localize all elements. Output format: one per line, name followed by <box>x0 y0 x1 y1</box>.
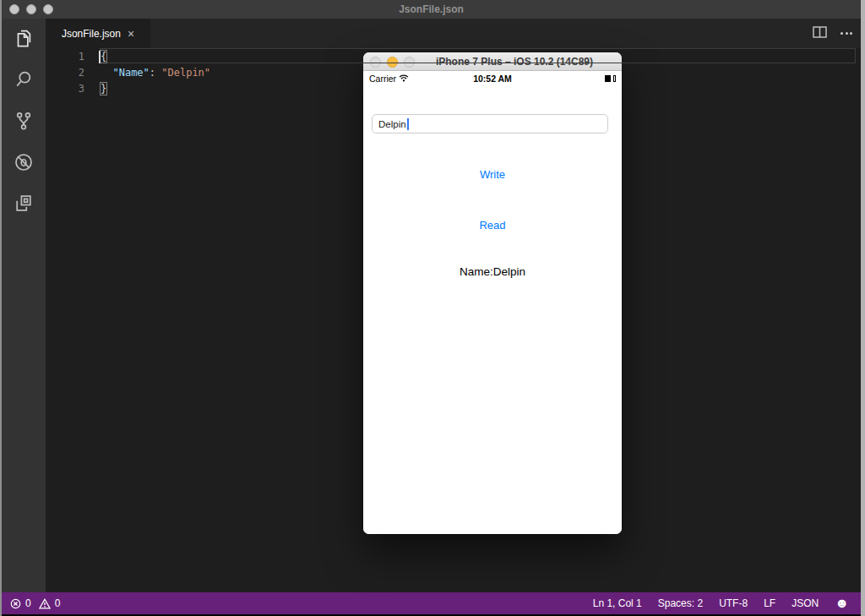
name-field-value: Delpin <box>378 119 406 129</box>
status-bar: 0 0 Ln 1, Col 1 Spaces: 2 UTF-8 LF JSON … <box>2 592 861 614</box>
app-screen: Delpin Write Read Name:Delpin <box>363 85 622 534</box>
window-titlebar[interactable]: JsonFile.json <box>2 0 861 19</box>
close-brace-token: } <box>101 83 106 95</box>
desktop: JsonFile.json <box>0 0 865 616</box>
json-key-token: "Name" <box>112 67 149 79</box>
error-icon <box>10 598 21 609</box>
minimize-window-button[interactable] <box>26 4 36 14</box>
more-actions-icon[interactable] <box>841 32 852 35</box>
ios-status-bar: Carrier 10:52 AM <box>363 71 622 85</box>
json-separator-token: : <box>150 67 161 79</box>
indentation-setting[interactable]: Spaces: 2 <box>658 597 703 609</box>
editor-tab-bar: JsonFile.json × <box>46 19 861 48</box>
debug-icon <box>13 151 35 177</box>
warning-count: 0 <box>55 597 61 609</box>
close-window-button[interactable] <box>9 4 19 14</box>
sidebar-item-explorer[interactable] <box>13 29 35 51</box>
split-editor-icon[interactable] <box>813 26 827 41</box>
ios-clock: 10:52 AM <box>363 74 622 84</box>
ios-simulator-window: iPhone 7 Plus – iOS 10.2 (14C89) Carrier… <box>363 52 622 534</box>
sidebar-item-debug[interactable] <box>13 153 35 175</box>
json-string-token: "Delpin" <box>161 67 210 79</box>
files-icon <box>13 27 35 52</box>
background-window-edge <box>861 0 865 616</box>
code-line-1: 1 { <box>46 48 861 64</box>
encoding-setting[interactable]: UTF-8 <box>719 597 748 609</box>
problems-indicator[interactable]: 0 0 <box>10 597 60 609</box>
warning-icon <box>39 598 51 609</box>
sidebar-item-search[interactable] <box>13 70 35 92</box>
traffic-lights <box>9 4 53 14</box>
window-title: JsonFile.json <box>2 3 861 15</box>
cursor-position[interactable]: Ln 1, Col 1 <box>593 597 642 609</box>
result-label: Name:Delpin <box>363 265 622 278</box>
text-cursor <box>99 51 101 63</box>
text-insertion-caret <box>407 118 409 130</box>
sidebar-item-source-control[interactable] <box>13 112 35 134</box>
read-button[interactable]: Read <box>363 219 622 232</box>
tab-jsonfile-json[interactable]: JsonFile.json × <box>46 19 150 48</box>
line-number: 2 <box>46 67 84 79</box>
zoom-window-button[interactable] <box>43 4 53 14</box>
editor-actions <box>813 19 852 48</box>
feedback-smiley-icon[interactable]: ☻ <box>835 597 849 610</box>
sidebar-item-extensions[interactable] <box>13 194 35 216</box>
error-count: 0 <box>25 597 31 609</box>
activity-bar <box>2 19 46 592</box>
current-line-highlight <box>100 48 856 63</box>
tab-label: JsonFile.json <box>62 28 121 40</box>
open-brace-token: { <box>101 51 106 63</box>
write-button[interactable]: Write <box>363 168 622 181</box>
extensions-icon <box>13 193 35 218</box>
language-mode[interactable]: JSON <box>792 597 819 609</box>
name-text-field[interactable]: Delpin <box>372 114 608 134</box>
line-number: 3 <box>46 83 84 95</box>
line-number: 1 <box>46 51 84 63</box>
search-icon <box>13 68 35 94</box>
eol-setting[interactable]: LF <box>764 597 775 609</box>
tab-close-icon[interactable]: × <box>128 28 134 40</box>
git-branch-icon <box>13 110 35 135</box>
